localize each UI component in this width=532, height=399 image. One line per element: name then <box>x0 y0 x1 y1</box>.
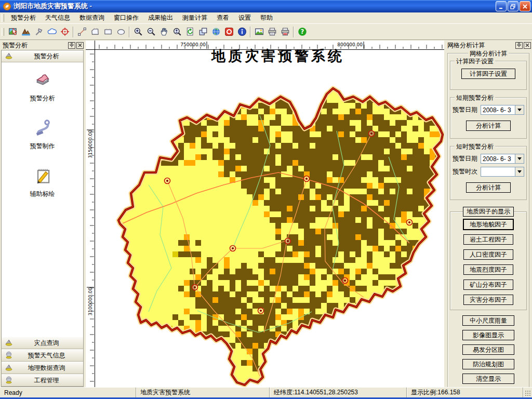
status-ready: Ready <box>0 388 136 397</box>
window-title: 浏阳市地质灾害预警系统 - <box>14 2 495 11</box>
nav-warning-analysis[interactable]: 预警分析 <box>2 71 83 103</box>
resize-grip[interactable] <box>523 388 532 397</box>
sundial-icon <box>5 363 13 373</box>
btn-terrain-factor[interactable]: 地形地貌因子 <box>463 219 513 230</box>
zoom-out-icon[interactable] <box>144 25 157 38</box>
notepad-pencil-icon <box>33 166 52 187</box>
print-preview-icon[interactable] <box>278 25 291 38</box>
image-view-icon[interactable] <box>252 25 265 38</box>
line-tool-icon[interactable] <box>75 25 88 38</box>
menu-bar: 预警分析天气信息数据查询窗口操作成果输出测量计算查看设置帮助 <box>0 12 532 24</box>
left-nav-list: 预警分析预警制作辅助标绘 <box>2 62 83 337</box>
layers-icon[interactable] <box>196 25 209 38</box>
right-panel: 网格分析计算 网格分析计算 计算因子设置 计算因子设置 短期预警分析 预警日期 … <box>445 41 532 387</box>
stop-icon[interactable] <box>222 25 235 38</box>
svg-text:?: ? <box>300 28 304 35</box>
info-icon[interactable] <box>235 25 248 38</box>
zoom-in-icon[interactable] <box>131 25 144 38</box>
bottom-bar-label: 灾点查询 <box>13 339 80 348</box>
menu-output[interactable]: 成果输出 <box>143 12 178 24</box>
factor-setting-button[interactable]: 计算因子设置 <box>461 69 515 79</box>
toolbar-separator <box>73 26 74 37</box>
menu-window-ops[interactable]: 窗口操作 <box>109 12 143 24</box>
bottom-bar-label: 工程管理 <box>13 376 80 385</box>
short-term-date-combobox[interactable]: 2008- 6- 3 <box>481 105 524 115</box>
chevron-down-icon[interactable] <box>515 105 524 114</box>
menu-view[interactable]: 查看 <box>212 12 234 24</box>
right-panel-header: 网格分析计算 <box>445 41 532 50</box>
map-select-icon[interactable] <box>6 25 19 38</box>
chevron-down-icon[interactable] <box>515 154 524 163</box>
short-time-date-value: 2008- 6- 3 <box>481 154 515 163</box>
locate-icon[interactable] <box>58 25 71 38</box>
short-time-groupbox: 短时预警分析 预警日期 2008- 6- 3 预警时次 分析计算 <box>450 146 527 200</box>
sundial-icon <box>5 338 13 348</box>
toolbar: ? <box>0 24 532 40</box>
short-term-analyze-button[interactable]: 分析计算 <box>466 121 511 131</box>
svg-text:3150000.00: 3150000.00 <box>88 130 93 158</box>
menu-data-query[interactable]: 数据查询 <box>75 12 109 24</box>
minimize-button[interactable] <box>496 1 507 11</box>
map-canvas[interactable]: 750000.00800000.003150000.003100000.00 <box>86 41 444 387</box>
short-time-date-combobox[interactable]: 2008- 6- 3 <box>481 154 524 164</box>
stapler-icon <box>33 118 52 139</box>
status-bar: Ready 地质灾害预警系统 经纬度:114.140551,28.250253 … <box>0 387 532 399</box>
bar-warning-weather[interactable]: 预警天气信息 <box>2 349 83 362</box>
restore-button[interactable] <box>508 1 518 11</box>
refresh-icon[interactable] <box>183 25 196 38</box>
pin-icon[interactable] <box>515 42 523 49</box>
menu-warning-analysis[interactable]: 预警分析 <box>6 12 41 24</box>
btn-population-factor[interactable]: 人口密度因子 <box>463 249 513 260</box>
btn-imagery[interactable]: 影像图显示 <box>462 330 514 340</box>
zoom-extent-icon[interactable] <box>170 25 183 38</box>
toolbar-grip[interactable] <box>2 28 4 36</box>
terrain-icon[interactable] <box>19 25 32 38</box>
globe-icon[interactable] <box>209 25 222 38</box>
left-panel-title: 预警分析 <box>3 41 67 50</box>
nav-aux-plot[interactable]: 辅助标绘 <box>2 166 83 198</box>
btn-geotech-factor[interactable]: 岩土工程因子 <box>463 234 513 245</box>
factor-display-header-button[interactable]: 地质因子的显示 <box>463 207 514 217</box>
bottom-bar-label: 地理数据查询 <box>13 364 80 373</box>
menu-settings[interactable]: 设置 <box>234 12 256 24</box>
nav-item-label: 预警制作 <box>30 142 55 151</box>
toolbar-separator <box>129 26 130 37</box>
town-marker <box>407 220 413 225</box>
bar-project-mgmt[interactable]: 工程管理 <box>2 374 83 387</box>
short-time-analyze-button[interactable]: 分析计算 <box>466 182 511 193</box>
menu-weather-info[interactable]: 天气信息 <box>41 12 75 24</box>
close-icon[interactable] <box>76 42 84 49</box>
left-section-header[interactable]: 预警分析 <box>2 50 83 62</box>
bar-geo-data-query[interactable]: 地理数据查询 <box>2 362 83 374</box>
hammer-icon[interactable] <box>32 25 45 38</box>
rect-tool-icon[interactable] <box>101 25 114 38</box>
factor-setting-label: 计算因子设置 <box>455 57 495 66</box>
polygon-tool-icon[interactable] <box>88 25 101 38</box>
btn-disaster-factor[interactable]: 灾害分布因子 <box>463 295 513 305</box>
btn-susceptibility[interactable]: 易发分区图 <box>462 344 514 355</box>
btn-seismic-factor[interactable]: 地震烈度因子 <box>463 264 513 275</box>
left-panel: 预警分析 预警分析 预警分析预警制作辅助标绘 灾点查询预警天气信息地理数据查询工… <box>0 41 85 387</box>
menu-help[interactable]: 帮助 <box>256 12 277 24</box>
pan-icon[interactable] <box>157 25 170 38</box>
btn-mine-factor[interactable]: 矿山分布因子 <box>463 280 513 290</box>
ellipse-tool-icon[interactable] <box>114 25 127 38</box>
print-icon[interactable] <box>265 25 278 38</box>
close-icon[interactable] <box>524 42 531 49</box>
chevron-down-icon[interactable] <box>515 167 524 176</box>
town-marker <box>230 246 236 251</box>
bar-disaster-query[interactable]: 灾点查询 <box>2 337 83 349</box>
right-panel-title: 网格分析计算 <box>447 41 514 50</box>
menu-measure[interactable]: 测量计算 <box>178 12 212 24</box>
help-icon[interactable]: ? <box>296 25 309 38</box>
pin-icon[interactable] <box>68 42 75 49</box>
btn-prevention-plan[interactable]: 防治规划图 <box>462 359 514 369</box>
cloud-icon[interactable] <box>45 25 58 38</box>
close-button[interactable] <box>520 1 530 11</box>
nav-warning-produce[interactable]: 预警制作 <box>2 118 83 151</box>
map-document[interactable]: 750000.00800000.003150000.003100000.00 地… <box>86 41 444 387</box>
short-time-session-combobox[interactable] <box>481 167 524 177</box>
btn-clear[interactable]: 清空显示 <box>462 374 514 384</box>
menu-grip[interactable] <box>2 14 4 22</box>
btn-rainfall[interactable]: 中小尺度雨量 <box>462 315 514 326</box>
